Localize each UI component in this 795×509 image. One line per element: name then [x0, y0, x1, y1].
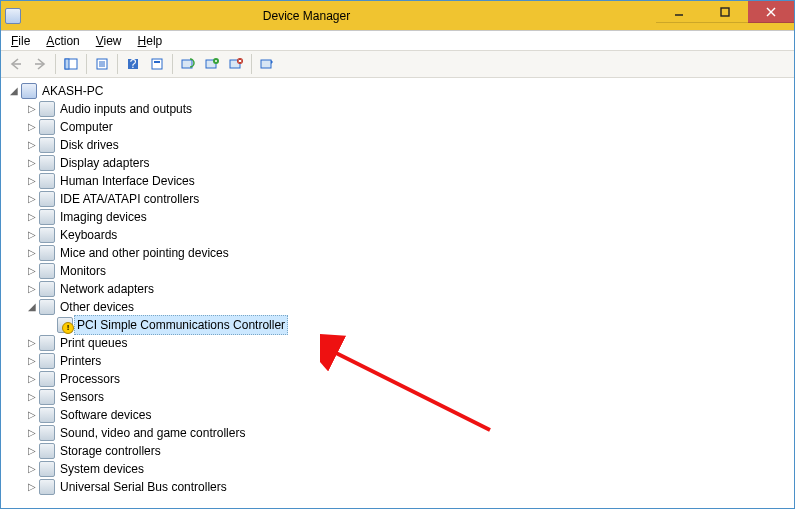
- properties-button[interactable]: [91, 53, 113, 75]
- update-driver-button[interactable]: [201, 53, 223, 75]
- expand-arrow-icon[interactable]: ▷: [25, 424, 39, 442]
- expand-arrow-icon[interactable]: ▷: [25, 172, 39, 190]
- tree-category[interactable]: ▷Keyboards: [3, 226, 792, 244]
- category-icon: [39, 425, 55, 441]
- category-label: Computer: [59, 118, 114, 136]
- expand-arrow-icon[interactable]: ▷: [25, 280, 39, 298]
- expand-arrow-icon[interactable]: ▷: [25, 406, 39, 424]
- category-icon: [39, 245, 55, 261]
- expand-arrow-icon[interactable]: ▷: [25, 460, 39, 478]
- category-label: Network adapters: [59, 280, 155, 298]
- tree-category[interactable]: ▷Network adapters: [3, 280, 792, 298]
- expand-arrow-icon[interactable]: ▷: [25, 262, 39, 280]
- expand-arrow-icon[interactable]: ▷: [25, 154, 39, 172]
- titlebar[interactable]: Device Manager: [1, 1, 794, 30]
- device-manager-window: Device Manager File Action View Help ? ◢: [0, 0, 795, 509]
- toolbar-separator: [251, 54, 252, 74]
- tree-category[interactable]: ▷Universal Serial Bus controllers: [3, 478, 792, 496]
- minimize-button[interactable]: [656, 1, 702, 23]
- svg-rect-5: [65, 59, 69, 69]
- tree-category[interactable]: ▷Imaging devices: [3, 208, 792, 226]
- show-hide-tree-button[interactable]: [60, 53, 82, 75]
- category-label: Human Interface Devices: [59, 172, 196, 190]
- tree-category[interactable]: ▷Software devices: [3, 406, 792, 424]
- app-icon: [5, 8, 21, 24]
- tree-category[interactable]: ▷Processors: [3, 370, 792, 388]
- expand-arrow-icon[interactable]: ▷: [25, 100, 39, 118]
- tree-category[interactable]: ▷Mice and other pointing devices: [3, 244, 792, 262]
- tree-root[interactable]: ◢ AKASH-PC: [3, 82, 792, 100]
- category-icon: [39, 335, 55, 351]
- tree-category[interactable]: ▷Sound, video and game controllers: [3, 424, 792, 442]
- expand-arrow-icon[interactable]: ▷: [25, 370, 39, 388]
- category-label: Disk drives: [59, 136, 120, 154]
- category-label: Display adapters: [59, 154, 150, 172]
- category-label: Keyboards: [59, 226, 118, 244]
- nav-back-button[interactable]: [5, 53, 27, 75]
- expand-arrow-icon[interactable]: ▷: [25, 208, 39, 226]
- close-button[interactable]: [748, 1, 794, 23]
- expand-arrow-icon[interactable]: ▷: [25, 478, 39, 496]
- expand-arrow-icon[interactable]: ▷: [25, 244, 39, 262]
- menu-file[interactable]: File: [7, 32, 34, 50]
- category-label: Audio inputs and outputs: [59, 100, 193, 118]
- category-label: Mice and other pointing devices: [59, 244, 230, 262]
- maximize-button[interactable]: [702, 1, 748, 23]
- svg-text:?: ?: [130, 57, 137, 71]
- tree-category[interactable]: ▷Sensors: [3, 388, 792, 406]
- scan-hardware-button[interactable]: [177, 53, 199, 75]
- category-icon: [39, 227, 55, 243]
- tree-category[interactable]: ▷Audio inputs and outputs: [3, 100, 792, 118]
- category-icon: [39, 191, 55, 207]
- help-button[interactable]: ?: [122, 53, 144, 75]
- tree-category[interactable]: ▷Print queues: [3, 334, 792, 352]
- properties-alt-button[interactable]: [146, 53, 168, 75]
- svg-rect-13: [154, 61, 160, 63]
- collapse-arrow-icon[interactable]: ◢: [7, 82, 21, 100]
- menu-view[interactable]: View: [92, 32, 126, 50]
- tree-device[interactable]: ▷PCI Simple Communications Controller: [3, 316, 792, 334]
- tree-category[interactable]: ▷Monitors: [3, 262, 792, 280]
- uninstall-button[interactable]: [225, 53, 247, 75]
- disable-button[interactable]: [256, 53, 278, 75]
- expand-arrow-icon[interactable]: ▷: [25, 226, 39, 244]
- menu-action[interactable]: Action: [42, 32, 83, 50]
- category-icon: [39, 209, 55, 225]
- toolbar-separator: [172, 54, 173, 74]
- menu-help[interactable]: Help: [134, 32, 167, 50]
- expand-arrow-icon[interactable]: ▷: [25, 190, 39, 208]
- category-icon: [39, 101, 55, 117]
- tree-category[interactable]: ◢Other devices: [3, 298, 792, 316]
- category-label: Other devices: [59, 298, 135, 316]
- category-icon: [39, 353, 55, 369]
- tree-category[interactable]: ▷System devices: [3, 460, 792, 478]
- toolbar-separator: [86, 54, 87, 74]
- category-label: Software devices: [59, 406, 152, 424]
- tree-category[interactable]: ▷Storage controllers: [3, 442, 792, 460]
- category-label: Printers: [59, 352, 102, 370]
- category-icon: [39, 461, 55, 477]
- expand-arrow-icon[interactable]: ▷: [25, 136, 39, 154]
- category-label: IDE ATA/ATAPI controllers: [59, 190, 200, 208]
- expand-arrow-icon[interactable]: ▷: [25, 442, 39, 460]
- tree-category[interactable]: ▷Disk drives: [3, 136, 792, 154]
- tree-category[interactable]: ▷Computer: [3, 118, 792, 136]
- collapse-arrow-icon[interactable]: ◢: [25, 298, 39, 316]
- toolbar-separator: [117, 54, 118, 74]
- tree-category[interactable]: ▷Printers: [3, 352, 792, 370]
- expand-arrow-icon[interactable]: ▷: [25, 118, 39, 136]
- expand-arrow-icon[interactable]: ▷: [25, 334, 39, 352]
- expand-arrow-icon[interactable]: ▷: [25, 352, 39, 370]
- category-label: Sound, video and game controllers: [59, 424, 246, 442]
- device-tree[interactable]: ◢ AKASH-PC ▷Audio inputs and outputs▷Com…: [1, 78, 794, 508]
- tree-category[interactable]: ▷Display adapters: [3, 154, 792, 172]
- svg-rect-1: [721, 8, 729, 16]
- device-label: PCI Simple Communications Controller: [74, 315, 288, 335]
- tree-category[interactable]: ▷Human Interface Devices: [3, 172, 792, 190]
- nav-forward-button[interactable]: [29, 53, 51, 75]
- window-title: Device Manager: [0, 9, 656, 23]
- svg-rect-19: [261, 60, 271, 68]
- tree-category[interactable]: ▷IDE ATA/ATAPI controllers: [3, 190, 792, 208]
- expand-arrow-icon[interactable]: ▷: [25, 388, 39, 406]
- category-label: Processors: [59, 370, 121, 388]
